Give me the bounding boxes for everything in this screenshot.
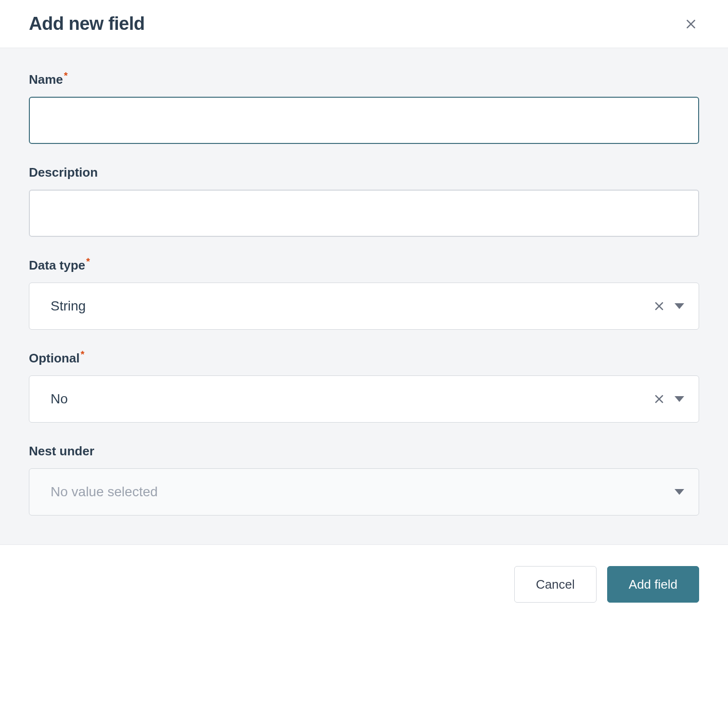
chevron-down-icon: [675, 395, 684, 403]
nest-under-select[interactable]: No value selected: [29, 468, 699, 516]
description-input[interactable]: [29, 190, 699, 237]
dialog-header: Add new field: [0, 0, 728, 48]
chevron-down-icon: [675, 302, 684, 310]
data-type-select[interactable]: String: [29, 283, 699, 330]
dialog-body: Name* Description Data type* String: [0, 48, 728, 544]
data-type-label-text: Data type: [29, 258, 85, 272]
form-group-description: Description: [29, 165, 699, 237]
form-group-name: Name*: [29, 72, 699, 144]
data-type-label: Data type*: [29, 258, 699, 273]
dialog-title: Add new field: [29, 13, 145, 34]
form-group-nest-under: Nest under No value selected: [29, 444, 699, 516]
select-actions: [653, 393, 684, 405]
nest-under-label: Nest under: [29, 444, 699, 459]
close-icon: [653, 393, 665, 405]
description-label: Description: [29, 165, 699, 180]
optional-label-text: Optional: [29, 351, 79, 365]
optional-label: Optional*: [29, 351, 699, 366]
optional-clear-button[interactable]: [653, 393, 665, 405]
select-actions: [653, 300, 684, 312]
data-type-clear-button[interactable]: [653, 300, 665, 312]
add-field-button[interactable]: Add field: [607, 566, 699, 603]
name-input[interactable]: [29, 97, 699, 144]
name-label-text: Name: [29, 72, 63, 87]
form-group-optional: Optional* No: [29, 351, 699, 423]
required-star-icon: *: [80, 349, 84, 360]
form-group-data-type: Data type* String: [29, 258, 699, 330]
optional-selected-value: No: [51, 391, 653, 407]
cancel-button[interactable]: Cancel: [514, 566, 597, 603]
optional-select[interactable]: No: [29, 375, 699, 423]
chevron-down-icon: [675, 488, 684, 496]
close-icon: [653, 300, 665, 312]
close-button[interactable]: [683, 16, 699, 32]
dialog-footer: Cancel Add field: [0, 544, 728, 624]
nest-under-placeholder: No value selected: [51, 484, 675, 500]
data-type-selected-value: String: [51, 298, 653, 314]
name-label: Name*: [29, 72, 699, 87]
select-actions: [675, 488, 684, 496]
required-star-icon: *: [86, 256, 90, 267]
close-icon: [685, 18, 697, 30]
required-star-icon: *: [64, 70, 68, 81]
add-field-dialog: Add new field Name* Description Data typ…: [0, 0, 728, 624]
